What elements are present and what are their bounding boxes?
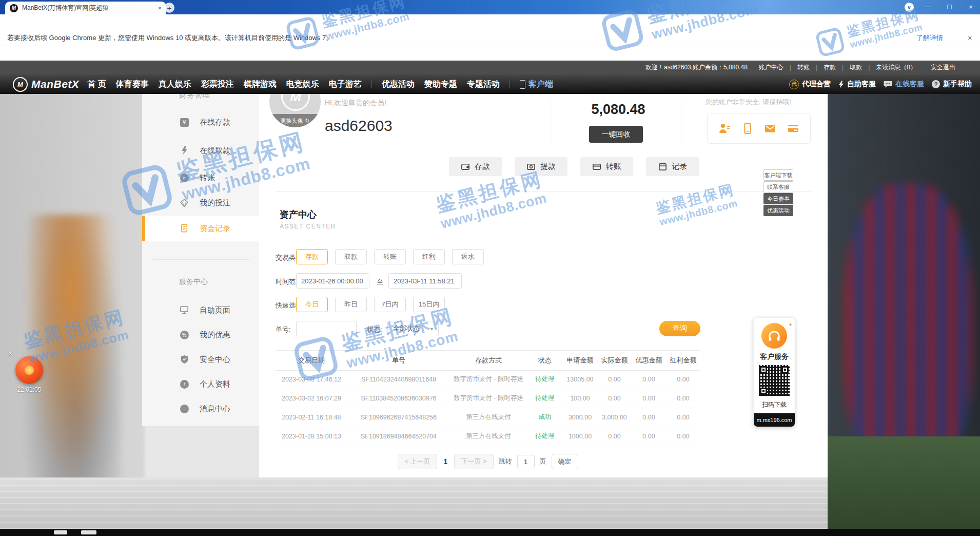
separator: |: [842, 64, 844, 71]
nav-sports[interactable]: 体育赛事: [116, 79, 149, 90]
client-download-tab[interactable]: 客户端下载: [763, 169, 793, 181]
sidebar-item-transfer[interactable]: ➤ 转账: [142, 165, 259, 190]
type-chip-bonus[interactable]: 红利: [413, 249, 445, 264]
jump-page-input[interactable]: [517, 455, 535, 468]
status-select[interactable]: 全部状态 ▾: [387, 321, 439, 336]
learn-more-link[interactable]: 了解详情: [916, 33, 943, 43]
sidebar-item-security-center[interactable]: 安全中心: [142, 347, 259, 372]
promo-red-packet[interactable]: [15, 356, 43, 384]
jump-label: 跳转: [499, 457, 512, 466]
separator: |: [790, 64, 791, 71]
nav-promotions[interactable]: 优惠活动: [382, 79, 415, 90]
records-button[interactable]: 记录: [646, 157, 699, 176]
nav-sponsorship[interactable]: 赞助专题: [424, 79, 457, 90]
withdraw-button[interactable]: 提款: [515, 157, 567, 176]
window-maximize-button[interactable]: ▢: [947, 3, 952, 10]
nav-slots[interactable]: 电子游艺: [329, 79, 362, 90]
date-to-input[interactable]: [388, 273, 462, 289]
background-pitch: [828, 436, 980, 529]
nav-help[interactable]: ? 新手帮助: [932, 80, 972, 89]
table-row: 2023-03-02 16:07:29SF1103845208636030976…: [276, 389, 700, 408]
nav-home[interactable]: 首 页: [87, 79, 106, 90]
nav-lottery[interactable]: 彩票投注: [201, 79, 234, 90]
search-button[interactable]: 查询: [659, 321, 700, 336]
type-chip-transfer[interactable]: 转账: [374, 249, 406, 264]
sidebar-item-self-service[interactable]: 自助页面: [142, 298, 259, 322]
sidebar-item-message-center[interactable]: … 消息中心: [142, 396, 259, 421]
promotions-tab[interactable]: 优惠活动: [763, 205, 793, 216]
taskbar-icon[interactable]: [54, 530, 67, 534]
notice-close-icon[interactable]: ×: [968, 33, 972, 42]
sidebar-item-personal-info[interactable]: i 个人资料: [142, 372, 259, 396]
quick-chip-7days[interactable]: 7日内: [374, 297, 406, 312]
nav-self-service[interactable]: 自助客服: [838, 80, 876, 89]
nav-special-events[interactable]: 专题活动: [467, 79, 500, 90]
account-center-link[interactable]: 账户中心: [759, 63, 783, 72]
promo-close-icon[interactable]: ×: [8, 349, 12, 357]
confirm-button[interactable]: 确定: [552, 454, 578, 469]
nav-items: 首 页 体育赛事 真人娱乐 彩票投注 棋牌游戏 电竞娱乐 电子游艺 优惠活动 赞…: [87, 79, 553, 90]
order-number-input[interactable]: [296, 321, 357, 336]
mobile-icon[interactable]: [741, 122, 754, 135]
window-close-button[interactable]: ×: [969, 3, 973, 11]
person-icon[interactable]: [718, 122, 731, 135]
scan-download-label: 扫码下载: [762, 400, 787, 409]
transfer-button[interactable]: 转账: [580, 157, 633, 176]
sidebar-item-online-withdraw[interactable]: 在线取款: [142, 138, 259, 163]
window-minimize-button[interactable]: —: [925, 3, 931, 10]
headset-icon[interactable]: [761, 323, 787, 349]
nav-divider: [509, 81, 510, 88]
nav-live-casino[interactable]: 真人娱乐: [159, 79, 191, 90]
quick-chip-15days[interactable]: 15日内: [413, 297, 445, 312]
message-icon: …: [179, 405, 189, 413]
nav-agent[interactable]: 代 代理合营: [789, 80, 831, 89]
logo-text: ManBetX: [31, 78, 79, 90]
nav-esports[interactable]: 电竞娱乐: [286, 79, 319, 90]
sidebar-item-fund-records[interactable]: 资金记录: [142, 216, 259, 241]
nav-online-service[interactable]: 在线客服: [884, 80, 924, 89]
type-chip-withdraw[interactable]: 取款: [335, 249, 367, 264]
chevron-down-icon: ▾: [430, 326, 433, 332]
deposit-icon: ¥: [179, 118, 189, 127]
taskbar-icon[interactable]: [81, 530, 96, 534]
quick-chip-today[interactable]: 今日: [296, 297, 328, 312]
security-tip: 您的账户非常安全, 请保持哦!: [705, 98, 791, 107]
tab-close-icon[interactable]: ×: [158, 4, 162, 12]
bank-card-icon[interactable]: [787, 122, 799, 135]
background-stadium: [0, 477, 828, 529]
status-badge: 待处理: [527, 394, 563, 403]
unread-messages-link[interactable]: 未读消息（0）: [876, 63, 916, 72]
date-from-input[interactable]: [296, 273, 369, 289]
deposit-button[interactable]: 存款: [449, 157, 502, 176]
monitor-icon: [179, 305, 189, 315]
next-page-button[interactable]: 下一页 >: [454, 454, 493, 469]
transfer-link[interactable]: 转账: [797, 63, 810, 72]
nav-board-games[interactable]: 棋牌游戏: [244, 79, 277, 90]
logout-link[interactable]: 安全退出: [931, 63, 955, 72]
quick-chip-yesterday[interactable]: 昨日: [335, 297, 367, 312]
type-chip-rebate[interactable]: 返水: [452, 249, 484, 264]
table-header: 交易日期 单号 存款方式 状态 申请金额 实际金额 优惠金额 红利金额: [276, 350, 700, 371]
withdraw-link[interactable]: 取款: [850, 63, 862, 72]
change-avatar-button[interactable]: 更换头像 ↻: [269, 114, 321, 127]
today-matches-tab[interactable]: 今日赛事: [763, 193, 793, 204]
sidebar-item-my-bets[interactable]: 我的投注: [142, 190, 259, 215]
sidebar-item-my-promotions[interactable]: % 我的优惠: [142, 322, 259, 347]
browser-tab[interactable]: M ManBetX(万博体育)官网|英超狼 ×: [5, 2, 166, 14]
qr-marker: [781, 366, 789, 373]
one-key-recycle-button[interactable]: 一键回收: [589, 126, 643, 143]
nav-client-app[interactable]: 客户端: [520, 79, 553, 90]
nav-right-group: 代 代理合营 自助客服 在线客服 ? 新手帮助: [789, 80, 972, 89]
mail-icon[interactable]: [764, 122, 776, 135]
contact-service-tab[interactable]: 联系客服: [763, 181, 793, 193]
site-logo[interactable]: M ManBetX: [13, 77, 79, 92]
phone-icon: [520, 80, 525, 89]
sidebar-item-online-deposit[interactable]: ¥ 在线存款: [142, 110, 259, 135]
notice-text: 若要接收后续 Google Chrome 更新，您需使用 Windows 10 …: [7, 33, 332, 43]
tab-search-icon[interactable]: ∨: [905, 3, 914, 12]
type-chip-deposit[interactable]: 存款: [296, 249, 328, 264]
new-tab-button[interactable]: +: [164, 3, 174, 13]
deposit-link[interactable]: 存款: [824, 63, 836, 72]
page-unit: 页: [540, 457, 546, 466]
prev-page-button[interactable]: < 上一页: [398, 454, 437, 469]
